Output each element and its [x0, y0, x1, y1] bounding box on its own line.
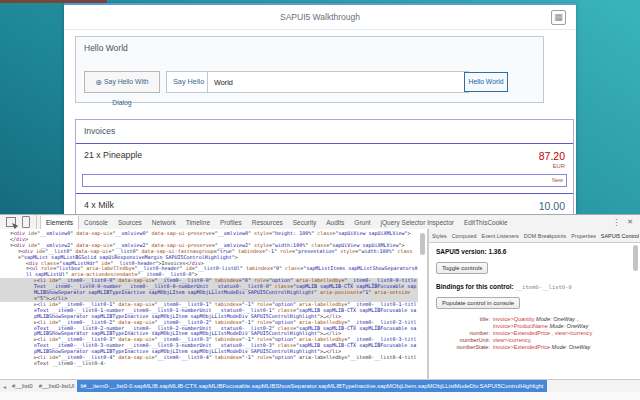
binding-row: numberState:invoice>ExtendedPrice Mode: … — [436, 344, 631, 351]
devtools-tab-sources[interactable]: Sources — [113, 216, 147, 229]
binding-row: number:invoice>ExtendedPrice , view>/cur… — [436, 330, 631, 337]
dom-tree-line[interactable]: ▶<li id="__item0-__list0-4" data-sap-ui=… — [0, 355, 418, 367]
dom-tree-line[interactable]: ▶<li id="__item0-__list0-3" data-sap-ui=… — [0, 337, 418, 355]
say-hello-input-group: Say Hello — [166, 71, 469, 93]
crumb-scroll-left-icon[interactable]: ◂ — [0, 383, 9, 390]
tabbar-divider — [36, 215, 37, 229]
invoices-title: Invoices — [84, 126, 115, 136]
say-hello-label: Say Hello — [173, 72, 204, 92]
hello-toolbar: ⊕Say Hello With Dialog Say Hello Hello W… — [80, 71, 539, 94]
dom-tree-line[interactable]: ▶<li id="__item0-__list0-2" data-sap-ui=… — [0, 320, 418, 338]
populate-console-button[interactable]: Populate control in console — [436, 297, 520, 309]
close-icon[interactable]: ✕ — [627, 218, 633, 226]
sidebar-scrollbar[interactable] — [633, 245, 638, 271]
page-title: SAPUI5 Walkthrough — [64, 5, 576, 29]
sidebar-tab-event-listeners[interactable]: Event Listeners — [482, 233, 519, 239]
dom-tree-line[interactable]: ▶<li id="__item0-__list0-0" data-sap-ui=… — [0, 278, 418, 302]
sidebar-content: SAPUI5 version: 1.36.6 Toggle controls B… — [429, 242, 633, 379]
devtools-window-controls: ⋮ ✕ — [612, 218, 640, 227]
invoice-title: 21 x Pineapple — [84, 150, 142, 160]
sidebar-tab-styles[interactable]: Styles — [432, 233, 447, 239]
invoice-list: 21 x Pineapple87.20EURNew4 x Milk10.00EU… — [76, 143, 573, 217]
globe-icon: ⊕ — [95, 78, 102, 87]
invoice-currency-unit: EUR — [76, 163, 573, 169]
breadcrumb-item[interactable]: li#__item0-__list0-0.sapMLIB.sapMLIB-CTX… — [77, 380, 546, 392]
devtools-tabbar: ElementsConsoleSourcesNetworkTimelinePro… — [0, 215, 640, 230]
app-window: SAPUI5 Walkthrough ▦ Hello World ⊕Say He… — [64, 3, 576, 217]
devtools-panel: ElementsConsoleSourcesNetworkTimelinePro… — [0, 214, 640, 400]
devtools-tab-grunt[interactable]: Grunt — [349, 216, 375, 229]
invoice-status-row: New — [82, 174, 567, 187]
devtools-tab-security[interactable]: Security — [288, 216, 321, 229]
invoice-price: 87.20 — [539, 150, 565, 162]
dom-tree-line[interactable]: ▼<div id="__xmlview0" data-sap-ui="__xml… — [0, 231, 418, 237]
sidebar-tab-properties[interactable]: Properties — [571, 233, 596, 239]
devtools-tab-elements[interactable]: Elements — [40, 216, 79, 229]
invoice-title: 4 x Milk — [84, 200, 114, 210]
app-header: SAPUI5 Walkthrough ▦ — [64, 5, 576, 30]
dom-tree-line[interactable]: ▶<li id="__item0-__list0-1" data-sap-ui=… — [0, 302, 418, 320]
hello-world-panel: Hello World ⊕Say Hello With Dialog Say H… — [75, 36, 544, 103]
devtools-tab-profiles[interactable]: Profiles — [215, 216, 247, 229]
dom-tree: ▼<div id="__xmlview0" data-sap-ui="__xml… — [0, 231, 418, 367]
grid-icon[interactable]: ▦ — [551, 10, 566, 25]
control-id: __item0-__list0-0 — [515, 284, 571, 290]
breadcrumb-item[interactable]: #__list0-listUl — [36, 383, 78, 389]
invoice-price: 10.00 — [539, 200, 565, 212]
toggle-controls-button[interactable]: Toggle controls — [436, 262, 488, 274]
list-item[interactable]: 21 x Pineapple87.20EURNew — [76, 143, 573, 187]
sapui5-version-text: SAPUI5 version: 1.36.6 — [436, 248, 631, 255]
devtools-tab-console[interactable]: Console — [79, 216, 113, 229]
sidebar-tabs: StylesComputedEvent ListenersDOM Breakpo… — [429, 229, 640, 243]
bindings-label: Bindings for this control: __item0-__lis… — [436, 283, 631, 290]
sidebar-tab-sapui5-control-bindings[interactable]: SAPUI5 Control Bindings — [601, 233, 640, 239]
devtools-bottom-strip — [0, 392, 640, 400]
hello-panel-title: Hello World — [84, 43, 128, 53]
dialog-button-label: Say Hello With Dialog — [104, 78, 149, 106]
sidebar-tab-dom-breakpoints[interactable]: DOM Breakpoints — [524, 233, 567, 239]
menu-icon[interactable]: ⋮ — [612, 218, 620, 227]
tree-scrollbar[interactable] — [420, 233, 425, 255]
devtools-tab-resources[interactable]: Resources — [247, 216, 288, 229]
devtools-tab-jquery-selector-inspector[interactable]: jQuery Selector Inspector — [376, 216, 459, 229]
breadcrumb: ◂ #__list0#__list0-listUlli#__item0-__li… — [0, 379, 640, 392]
binding-row: title:invoice>Quantity Mode: OneWay , in… — [436, 316, 631, 330]
devtools-tab-audits[interactable]: Audits — [321, 216, 349, 229]
bindings-list: title:invoice>Quantity Mode: OneWay , in… — [436, 316, 631, 351]
hello-world-button[interactable]: Hello World — [464, 72, 508, 92]
say-hello-with-dialog-button[interactable]: ⊕Say Hello With Dialog — [84, 71, 160, 93]
elements-sidebar: StylesComputedEvent ListenersDOM Breakpo… — [428, 229, 640, 379]
devtools-tab-editthiscookie[interactable]: EditThisCookie — [459, 216, 513, 229]
devtools-tabs: ElementsConsoleSourcesNetworkTimelinePro… — [40, 216, 513, 229]
status-badge: New — [552, 177, 563, 183]
name-input[interactable] — [207, 72, 468, 92]
breadcrumb-item[interactable]: #__list0 — [9, 383, 36, 389]
binding-row: numberUnit:view>/currency, — [436, 337, 631, 344]
devtools-tab-timeline[interactable]: Timeline — [181, 216, 215, 229]
devtools-tab-network[interactable]: Network — [147, 216, 181, 229]
elements-tree-pane: ▼<div id="__xmlview0" data-sap-ui="__xml… — [0, 229, 428, 379]
inspect-element-icon[interactable] — [6, 217, 16, 227]
device-toolbar-icon[interactable] — [22, 216, 30, 228]
sidebar-tab-computed[interactable]: Computed — [452, 233, 477, 239]
invoices-panel: Invoices 21 x Pineapple87.20EURNew4 x Mi… — [75, 119, 574, 217]
